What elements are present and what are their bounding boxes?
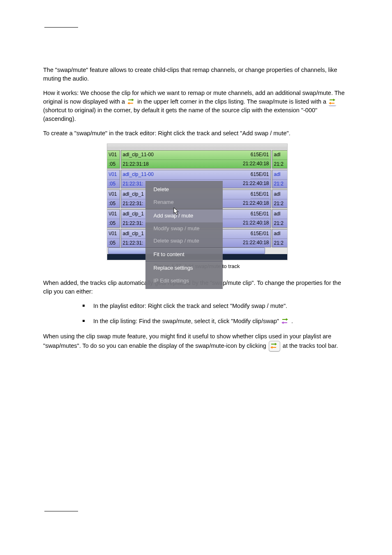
ctx-fit-to-content[interactable]: Fit to content [145, 248, 223, 261]
clip-end-id: 615E/01 [251, 151, 269, 159]
track-left-top: \/01 [107, 190, 120, 199]
text-p2b: in the upper left corner in the clips li… [137, 98, 328, 105]
track-editor-screenshot: \/01 :05 adl_clp_11-00 21:22:31:18 615E/… [107, 143, 288, 260]
track-left-bot: :05 [107, 239, 120, 247]
track-left-bot: :05 [107, 180, 120, 188]
mouse-cursor-icon [174, 208, 179, 215]
paragraph-intro-3: To create a "swap/mute" in the track edi… [43, 129, 351, 138]
ctx-add-swap-mute[interactable]: Add swap / mute [145, 210, 223, 222]
clip-end-id: 615E/01 [251, 230, 269, 238]
text-after-p2b: at the tracks tool bar. [283, 342, 338, 349]
track-left-bot: :05 [107, 219, 120, 228]
track-row[interactable]: \/01 :05 adl_clp_11-00 21:22:31:18 615E/… [107, 150, 287, 169]
track-left-top: \/01 [107, 210, 120, 219]
ctx-modify-swap-mute: Modify swap / mute [145, 222, 223, 235]
text-p2c: (shortcut to original) [43, 107, 96, 113]
track-right-bot: 21:2 [272, 219, 287, 228]
modify-clip-swap-icon[interactable] [281, 318, 289, 325]
clip-end-id: 615E/01 [251, 191, 269, 198]
swap-mute-original-icon [127, 98, 135, 106]
svg-marker-0 [174, 208, 178, 215]
ctx-delete-swap-mute: Delete swap / mute [145, 235, 223, 247]
track-left-bot: :05 [107, 160, 120, 169]
track-right-bot: 21:2 [272, 160, 287, 169]
clip-end-time: 21:22:40:18 [243, 180, 269, 187]
footer-rule [44, 511, 78, 511]
clip-name: adl_clp_11-00 [121, 170, 271, 179]
ctx-replace-settings[interactable]: Replace settings [145, 262, 223, 275]
ctx-delete[interactable]: Delete [145, 183, 223, 196]
ctx-rename: Rename [145, 196, 223, 209]
bullet-2-text-b: . [291, 318, 293, 324]
paragraph-intro-2: How it works: We choose the clip for whi… [43, 89, 351, 123]
header-rule [44, 27, 78, 28]
paragraph-after-2: When using the clip swap mute feature, y… [43, 332, 351, 352]
swap-mute-shortcut-icon[interactable] [329, 98, 336, 106]
clip-end-id: 615E/01 [251, 210, 269, 218]
track-right-top: adl [272, 190, 287, 199]
track-right-top: adl [272, 150, 287, 160]
track-right-bot: 21:2 [272, 180, 287, 188]
bullet-2-text-a: In the clip listing: Find the swap/mute,… [93, 318, 281, 324]
clip-end-time: 21:22:40:18 [243, 200, 269, 207]
clip-end-time: 21:22:40:18 [243, 220, 269, 227]
clip-end-time: 21:22:40:18 [243, 239, 269, 246]
paragraph-intro-1: The "swap/mute" feature allows to create… [43, 66, 351, 83]
context-menu: Delete Rename Add swap / mute Modify swa… [145, 181, 223, 289]
track-left-top: \/01 [107, 170, 120, 179]
track-right-bot: 21:2 [272, 239, 287, 247]
track-left-top: \/01 [107, 229, 120, 238]
list-item: In the playlist editor: Right click the … [83, 302, 351, 310]
track-left-bot: :05 [107, 199, 120, 208]
track-right-bot: 21:2 [272, 199, 287, 208]
ctx-ip-edit-settings: IP Edit settings [145, 275, 223, 287]
clip-end-id: 615E/01 [251, 171, 269, 178]
list-item: In the clip listing: Find the swap/mute,… [83, 317, 351, 326]
bullet-1-text: In the playlist editor: Right click the … [93, 303, 287, 309]
clip-end-time: 21:22:40:18 [243, 160, 269, 167]
clip-name: adl_clp_11-00 [121, 150, 271, 160]
track-right-top: adl [272, 210, 287, 219]
track-left-top: \/01 [107, 150, 120, 160]
track-right-top: adl [272, 170, 287, 179]
track-right-top: adl [272, 229, 287, 238]
toolbar-swap-mute-toggle-icon[interactable] [269, 341, 280, 352]
